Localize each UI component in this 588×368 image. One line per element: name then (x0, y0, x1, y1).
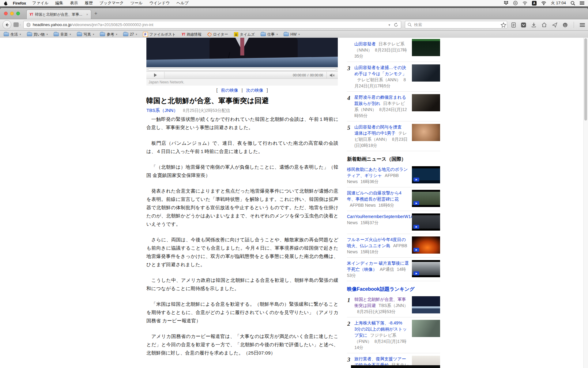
seek-bar[interactable] (146, 67, 338, 71)
bookmark-folder-music[interactable]: 音楽 (54, 32, 71, 37)
pocket-icon[interactable] (521, 22, 526, 28)
article-body: 一触即発の緊張状態が続くなかで行われていた韓国と北朝鮮の会談は、午前１時前に合意… (146, 115, 338, 364)
list-item: 山田容疑者日本テレビ系（NNN）8月23日(日)17時35分 (347, 38, 440, 62)
menu-tools[interactable]: ツール (130, 0, 143, 6)
share-icon[interactable] (552, 22, 557, 28)
prev-video-link[interactable]: 前の映像 (221, 88, 238, 93)
article-paragraph: さらに、両国は、今後も関係改善に向けて話し合うことや、離散家族の再会問題なども前… (146, 236, 338, 269)
menu-firefox[interactable]: Firefox (13, 1, 26, 6)
bookmark-folder-work[interactable]: 仕事 (261, 32, 278, 37)
bookmark-folder-hw[interactable]: HW (284, 32, 300, 36)
section-header-facebook-ranking[interactable]: 映像Facebook話題ランキング (347, 286, 440, 293)
video-thumbnail[interactable] (412, 236, 440, 254)
play-icon (413, 201, 419, 205)
wifi-status-icon[interactable] (522, 1, 527, 5)
video-thumbnail[interactable] (412, 94, 440, 111)
desktop: Firefox ファイル 編集 表示 履歴 ブックマーク ツール ウインドウ ヘ… (0, 0, 588, 368)
reading-list-icon[interactable] (511, 22, 516, 28)
bookmark-filepost[interactable]: Fファイルポスト (143, 32, 176, 37)
video-thumbnail[interactable] (412, 320, 440, 337)
menu-file[interactable]: ファイル (32, 0, 48, 6)
play-icon (413, 248, 419, 252)
list-item: 移民救助にあたる地元のボランティア、ギリシャAFPBB News16時36分 (347, 164, 440, 187)
close-window-button[interactable] (4, 12, 8, 15)
video-frame[interactable] (146, 38, 338, 67)
url-text: headlines.yahoo.co.jp/videonews/jnn?a=20… (33, 22, 153, 27)
video-thumbnail[interactable] (412, 260, 440, 277)
scrollbar-thumb[interactable] (584, 38, 587, 121)
play-icon (413, 271, 419, 275)
news-link[interactable]: CanYouRememberSeptemberW1A (347, 214, 413, 219)
spotlight-search-icon[interactable] (571, 1, 575, 6)
apple-logo-icon[interactable] (4, 1, 8, 6)
dropbox-icon[interactable] (504, 1, 508, 5)
new-tab-button[interactable]: + (94, 10, 97, 17)
next-video-link[interactable]: 次の映像 (246, 88, 263, 93)
back-button[interactable] (2, 20, 11, 29)
bookmark-times[interactable]: タイムズ (234, 32, 255, 37)
player-controls: 00:00:00 / 00:00:00 (146, 71, 338, 79)
rank-number: 2 (347, 320, 350, 327)
url-dropdown-icon[interactable] (388, 22, 390, 27)
news-source: AP通信 (380, 267, 394, 272)
menu-bookmarks[interactable]: ブックマーク (100, 0, 124, 6)
bookmark-folder-photo[interactable]: 写真 (77, 32, 94, 37)
search-bar[interactable] (405, 21, 507, 29)
folder-icon (284, 33, 289, 36)
menu-window[interactable]: ウインドウ (149, 0, 170, 6)
bookmark-folder-life[interactable]: 生活 (4, 32, 21, 37)
news-link[interactable]: 国連ビルへの自爆攻撃から4年、事務総長が慰霊碑に花 (347, 190, 401, 201)
menu-edit[interactable]: 編集 (55, 0, 63, 6)
bookmark-yahoo-transit[interactable]: Y!路線情報 (182, 32, 202, 37)
mute-button[interactable] (326, 72, 338, 79)
search-input[interactable] (413, 22, 504, 27)
globe-icon (26, 23, 31, 27)
page-scrollbar[interactable] (583, 38, 588, 368)
menu-bar-clock[interactable]: 火 17:04 (551, 0, 566, 6)
video-thumbnail[interactable] (412, 39, 440, 56)
toolbar-divider (574, 22, 574, 28)
input-source-icon[interactable]: A (532, 1, 537, 6)
video-thumbnail[interactable] (412, 124, 440, 141)
bookmark-folder-27[interactable]: 27 (123, 32, 137, 36)
menu-hamburger-icon[interactable] (580, 23, 585, 27)
menu-help[interactable]: ヘルプ (176, 0, 189, 6)
video-thumbnail[interactable] (412, 166, 440, 183)
reload-icon[interactable] (394, 23, 398, 27)
home-icon[interactable] (541, 22, 547, 27)
browser-tab[interactable]: Y! 韓国と北朝鮮が合意、軍事... × (26, 10, 91, 19)
bookmark-label: 生活 (10, 32, 18, 37)
bookmark-folder-reference[interactable]: 参考 (100, 32, 117, 37)
news-link[interactable]: 山田容疑者 (354, 41, 376, 46)
bookmark-label: 路線情報 (187, 32, 202, 37)
menu-view[interactable]: 表示 (70, 0, 78, 6)
notification-center-icon[interactable] (580, 1, 584, 5)
news-link[interactable]: 山田容疑者を逮捕…その決め手は？今は「カンモク」 (354, 65, 406, 76)
forward-button[interactable] (13, 22, 19, 27)
bookmark-label: 音楽 (60, 32, 68, 37)
video-thumbnail[interactable] (412, 213, 440, 231)
list-item: 国連ビルへの自爆攻撃から4年、事務総長が慰霊碑に花AFPBB News16時6分 (347, 187, 440, 211)
play-button[interactable] (146, 72, 164, 79)
smiley-feedback-icon[interactable] (563, 22, 568, 28)
zoom-window-button[interactable] (16, 12, 20, 15)
bookmark-reuters[interactable]: ロイター (207, 32, 228, 37)
bookmark-label: 参考 (107, 32, 114, 37)
minimize-window-button[interactable] (10, 12, 14, 15)
video-thumbnail[interactable] (412, 64, 440, 82)
tab-close-icon[interactable]: × (86, 13, 88, 16)
bookmark-folder-shopping[interactable]: 買い物 (27, 32, 48, 37)
creative-cloud-icon[interactable] (513, 1, 518, 6)
url-bar[interactable]: headlines.yahoo.co.jp/videonews/jnn?a=20… (23, 21, 401, 29)
browser-window: Y! 韓国と北朝鮮が合意、軍事... × + › headlines.yahoo… (0, 8, 588, 368)
rank-number: 5 (347, 125, 350, 131)
news-date: 15時37分 (360, 220, 379, 225)
bookmark-star-icon[interactable] (501, 22, 506, 28)
video-thumbnail[interactable] (412, 296, 440, 313)
wifi-icon[interactable] (541, 1, 546, 5)
article-source-link[interactable]: TBS系（JNN） (146, 108, 178, 113)
download-icon[interactable] (531, 22, 536, 28)
bookmark-label: ロイター (213, 32, 228, 37)
video-thumbnail[interactable] (412, 190, 440, 207)
menu-history[interactable]: 履歴 (85, 0, 93, 6)
